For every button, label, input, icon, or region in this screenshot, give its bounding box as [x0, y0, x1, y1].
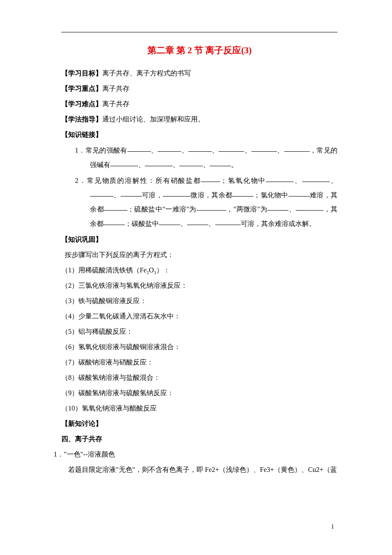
blank [266, 175, 294, 182]
consolidation-item: （5）铝与稀硫酸反应： [61, 325, 337, 338]
consolidation-item: （7）碳酸钠溶液与硝酸反应： [61, 356, 337, 369]
consolidation-item: （4）少量二氧化碳通入澄清石灰水中： [61, 309, 337, 323]
blank [188, 145, 212, 152]
blank [90, 190, 113, 197]
page-content: 第二章 第 2 节 离子反应(3) 【学习目标】离子共存、离子方程式的书写 【学… [0, 0, 392, 477]
blank [251, 145, 277, 152]
goal-text: 离子共存、离子方程式的书写 [102, 69, 191, 77]
consolidation-item: （9）碳酸氢钠溶液与硫酸氢钠反应： [61, 386, 337, 400]
blank [145, 159, 173, 166]
knowledge-item-2: 2．常见物质的溶解性：所有硝酸盐都；氢氧化物中、、、可溶，微溶，其余都；氯化物中… [61, 173, 337, 231]
learning-method: 【学法指导】通过小组讨论、加深理解和应用。 [61, 113, 337, 126]
consolidation-item: （10）氢氧化钠溶液与醋酸反应 [61, 402, 337, 415]
learning-focus: 【学习重点】离子共存 [61, 82, 337, 95]
item2-num: 2． [75, 177, 87, 184]
item2-d: 微溶，其余都 [190, 191, 232, 199]
blank [201, 175, 220, 182]
color-rule-num: 1． [54, 451, 64, 458]
item2-e: ；氯化物中 [254, 191, 288, 199]
difficulty-text: 离子共存 [102, 100, 130, 107]
color-rule-header: 1．"一色"--溶液颜色 [54, 448, 337, 461]
document-title: 第二章 第 2 节 离子反应(3) [61, 44, 337, 56]
color-rule-head: "一色"--溶液颜色 [64, 451, 115, 458]
method-text: 通过小组讨论、加深理解和应用。 [102, 116, 205, 123]
consolidation-item: （3）铁与硫酸铜溶液反应： [61, 294, 337, 308]
blank [267, 204, 288, 211]
learning-goal: 【学习目标】离子共存、离子方程式的书写 [61, 66, 337, 80]
item2-a: 常见物质的溶解性：所有硝酸盐都 [87, 177, 201, 184]
focus-text: 离子共存 [102, 85, 130, 92]
blank [121, 190, 142, 197]
blank [104, 204, 127, 211]
blank [196, 204, 226, 211]
item1-num: 1． [75, 147, 86, 154]
blank [210, 159, 231, 166]
color-rule-body: 若题目限定溶液"无色"，则不含有色离子，即 Fe2+（浅绿色）、Fe3+（黄色）… [61, 463, 337, 477]
consolidation-intro: 按步骤写出下列反应的离子方程式： [61, 248, 337, 262]
focus-label: 【学习重点】 [61, 85, 102, 92]
blank [302, 175, 330, 182]
blank [104, 218, 125, 225]
blank [288, 190, 310, 197]
section-four-label: 四、离子共存 [61, 432, 337, 446]
consolidation-item: （6）氢氧化钡溶液与硫酸铜溶液混合： [61, 340, 337, 354]
blank [215, 218, 241, 225]
item2-j: ；碳酸盐中 [125, 220, 159, 227]
difficulty-label: 【学习难点】 [61, 100, 102, 107]
blank [232, 190, 254, 197]
consolidation-item: （1）用稀硫酸清洗铁锈（Fe2O3）： [61, 263, 337, 277]
item2-h: ，"两微溶"为 [226, 205, 267, 213]
blank [163, 190, 190, 197]
page-number: 1 [331, 523, 334, 530]
blank [159, 218, 180, 225]
blank [296, 204, 323, 211]
top-rule [61, 32, 337, 32]
item1-pre: 常见的强酸有 [86, 147, 127, 154]
blank [219, 145, 244, 152]
consolidation-item: （2）三氯化铁溶液与氢氧化钠溶液反应： [61, 279, 337, 292]
blank [179, 159, 203, 166]
knowledge-link-label: 【知识链接】 [61, 128, 337, 142]
learning-difficulty: 【学习难点】离子共存 [61, 97, 337, 111]
method-label: 【学法指导】 [61, 116, 102, 123]
item2-k: 可溶，其余难溶或水解。 [241, 220, 316, 227]
goal-label: 【学习目标】 [61, 69, 102, 77]
consolidation-item: （8）碳酸氢钠溶液与盐酸混合： [61, 371, 337, 384]
item2-c: 可溶， [142, 191, 163, 199]
blank [158, 145, 181, 152]
item2-b: ；氢氧化物中 [220, 177, 266, 184]
consolidation-label: 【知识巩固】 [61, 233, 337, 246]
blank [127, 145, 151, 152]
new-discussion-label: 【新知讨论】 [61, 417, 337, 431]
blank [110, 159, 138, 166]
blank [187, 218, 208, 225]
knowledge-item-1: 1．常见的强酸有、、、、、，常见的强碱有、、、。 [61, 143, 337, 172]
item2-g: ；硫酸盐中"一难溶"为 [127, 205, 196, 213]
blank [284, 145, 310, 152]
